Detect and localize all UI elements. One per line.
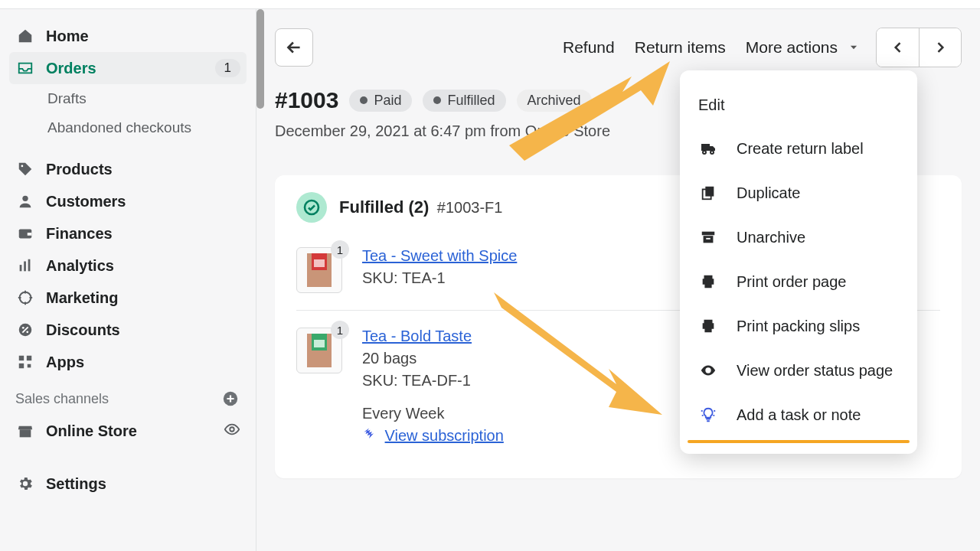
discount-icon (15, 320, 35, 340)
svg-point-1 (22, 196, 28, 201)
product-sku: SKU: TEA-DF-1 (362, 372, 504, 390)
lightbulb-icon (698, 405, 718, 425)
sales-channels-header: Sales channels (0, 378, 256, 415)
more-actions-button[interactable]: More actions (743, 34, 862, 61)
nav-drafts[interactable]: Drafts (0, 84, 256, 113)
fulfillment-code: #1003-F1 (437, 199, 503, 216)
product-link[interactable]: Tea - Sweet with Spice (362, 247, 517, 264)
nav-online-store[interactable]: Online Store (0, 415, 256, 448)
sidebar: Home Orders 1 Drafts Abandoned checkouts… (0, 9, 256, 551)
line-item-qty: 1 (331, 321, 349, 339)
nav-apps[interactable]: Apps (0, 346, 256, 378)
svg-rect-4 (20, 265, 22, 271)
truck-icon (698, 139, 718, 158)
caret-down-icon (848, 42, 859, 53)
svg-point-16 (230, 427, 234, 432)
highlight-underline (688, 440, 910, 443)
dropdown-view-order-status[interactable]: View order status page (680, 348, 917, 393)
tag-icon (15, 159, 35, 179)
return-items-button[interactable]: Return items (632, 34, 729, 61)
line-item-qty: 1 (331, 240, 349, 259)
nav-label: Home (46, 28, 240, 45)
nav-label: Finances (46, 225, 240, 243)
subscription-recurrence: Every Week (362, 405, 504, 422)
nav-orders[interactable]: Orders 1 (9, 52, 247, 84)
dropdown-edit[interactable]: Edit (680, 84, 917, 126)
nav-marketing[interactable]: Marketing (0, 282, 256, 314)
archived-badge: Archived (517, 90, 592, 112)
svg-point-0 (21, 165, 24, 168)
fulfillment-title: Fulfilled (2) (339, 197, 429, 217)
nav-products[interactable]: Products (0, 153, 256, 185)
home-icon (15, 26, 35, 46)
svg-rect-6 (28, 259, 31, 272)
dropdown-create-return-label[interactable]: Create return label (680, 126, 917, 171)
nav-settings[interactable]: Settings (0, 468, 256, 500)
view-subscription-link[interactable]: View subscription (385, 427, 504, 445)
printer-icon (698, 272, 718, 292)
subscription-icon (362, 427, 376, 444)
dropdown-add-task-or-note[interactable]: Add a task or note (680, 393, 917, 437)
add-channel-button[interactable] (220, 389, 240, 409)
order-nav-arrows (876, 28, 962, 67)
svg-rect-20 (705, 187, 714, 197)
svg-point-18 (703, 151, 706, 154)
nav-customers[interactable]: Customers (0, 185, 256, 217)
inbox-icon (15, 58, 35, 78)
svg-rect-11 (19, 356, 24, 360)
svg-point-10 (26, 331, 28, 333)
product-thumbnail[interactable]: 1 (296, 328, 342, 373)
nav-abandoned-checkouts[interactable]: Abandoned checkouts (0, 113, 256, 142)
paid-badge: Paid (349, 90, 412, 112)
prev-order-button[interactable] (877, 28, 919, 67)
product-sku: SKU: TEA-1 (362, 269, 517, 287)
svg-rect-22 (702, 232, 715, 236)
svg-rect-14 (28, 364, 31, 368)
nav-label: Products (46, 161, 240, 178)
nav-label: Analytics (46, 257, 240, 275)
nav-label: Orders (46, 60, 215, 77)
svg-point-9 (22, 327, 24, 329)
nav-label: Online Store (46, 422, 224, 440)
nav-label: Settings (46, 475, 240, 493)
target-icon (15, 288, 35, 308)
apps-icon (15, 352, 35, 372)
next-order-button[interactable] (919, 28, 961, 67)
nav-label: Apps (46, 354, 240, 371)
dropdown-print-order[interactable]: Print order page (680, 259, 917, 304)
nav-home[interactable]: Home (0, 20, 256, 52)
svg-rect-24 (706, 238, 710, 240)
main-content: Refund Return items More actions #1003 P… (256, 9, 980, 551)
printer-icon (698, 316, 718, 336)
product-variant: 20 bags (362, 350, 504, 367)
store-icon (15, 422, 35, 442)
nav-discounts[interactable]: Discounts (0, 314, 256, 346)
person-icon (15, 191, 35, 211)
svg-rect-13 (19, 364, 24, 368)
nav-analytics[interactable]: Analytics (0, 249, 256, 282)
product-link[interactable]: Tea - Bold Taste (362, 328, 472, 344)
topbar: Refund Return items More actions (275, 28, 962, 67)
order-number: #1003 (275, 87, 338, 113)
svg-point-19 (710, 151, 714, 154)
nav-label: Marketing (46, 289, 240, 307)
svg-rect-5 (24, 262, 26, 272)
product-thumbnail[interactable]: 1 (296, 247, 342, 293)
dropdown-unarchive[interactable]: Unarchive (680, 215, 917, 259)
check-circle-icon (296, 192, 327, 223)
nav-label: Customers (46, 193, 240, 210)
refund-button[interactable]: Refund (560, 34, 618, 61)
dropdown-print-packing-slips[interactable]: Print packing slips (680, 304, 917, 348)
wallet-icon (15, 223, 35, 243)
dropdown-duplicate[interactable]: Duplicate (680, 171, 917, 215)
eye-icon (698, 360, 718, 380)
back-button[interactable] (275, 28, 313, 67)
svg-rect-3 (28, 233, 32, 236)
bars-icon (15, 256, 35, 276)
more-actions-dropdown: Edit Create return label Duplicate Unarc… (680, 70, 917, 454)
gear-icon (15, 474, 35, 494)
duplicate-icon (698, 183, 718, 203)
nav-finances[interactable]: Finances (0, 217, 256, 249)
fulfilled-badge: Fulfilled (423, 90, 505, 112)
view-store-icon[interactable] (224, 421, 240, 442)
